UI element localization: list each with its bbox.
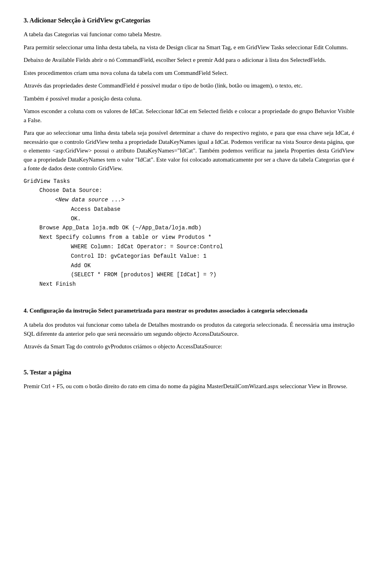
code-line-3: <New data source ...> [24,195,354,205]
section-3-para-2: Para permitir seleccionar uma linha dest… [24,43,354,52]
code-line-9: Control ID: gvCategorias Default Value: … [24,252,354,261]
section-4-heading: 4. Configuração da instrução Select para… [24,306,354,315]
section-3-para-5: Através das propriedades deste CommandFi… [24,81,354,90]
section-3-para-1: A tabela das Categorias vai funcionar co… [24,30,354,39]
section-5-para: Premir Ctrl + F5, ou com o botão direito… [24,382,354,391]
section-4-para-1: A tabela dos produtos vai funcionar como… [24,320,354,338]
code-block-section3: GridView Tasks Choose Data Source: <New … [24,177,354,290]
section-3-para-4: Estes procedimentos criam uma nova colun… [24,69,354,78]
code-line-2: Choose Data Source: [24,186,354,195]
code-line-7: Next Specify columns from a table or vie… [24,233,354,242]
section-3-para-7: Vamos esconder a coluna com os valores d… [24,107,354,125]
code-line-10: Add OK [24,261,354,271]
code-line-8: WHERE Column: IdCat Operator: = Source:C… [24,242,354,252]
section-3-heading: 3. Adicionar Selecção à GridView gvCateg… [24,16,354,25]
section-3: 3. Adicionar Selecção à GridView gvCateg… [24,16,354,289]
code-line-1: GridView Tasks [24,177,354,186]
code-line-6: Browse App_Data loja.mdb OK (~/App_Data/… [24,223,354,233]
section-3-para-8: Para que ao seleccionar uma linha desta … [24,128,354,173]
code-line-5: OK. [24,214,354,224]
section-4-para-2: Através da Smart Tag do controlo gvProdu… [24,342,354,351]
section-3-para-6: Também é possível mudar a posição desta … [24,94,354,103]
code-line-12: Next Finish [24,280,354,289]
section-5-heading: 5. Testar a página [24,368,354,377]
code-line-11: (SELECT * FROM [produtos] WHERE [IdCat] … [24,270,354,280]
code-line-4: Access Database [24,205,354,214]
section-4: 4. Configuração da instrução Select para… [24,306,354,351]
section-3-para-3: Debaixo de Available Fields abrir o nó C… [24,56,354,65]
section-5: 5. Testar a página Premir Ctrl + F5, ou … [24,368,354,391]
